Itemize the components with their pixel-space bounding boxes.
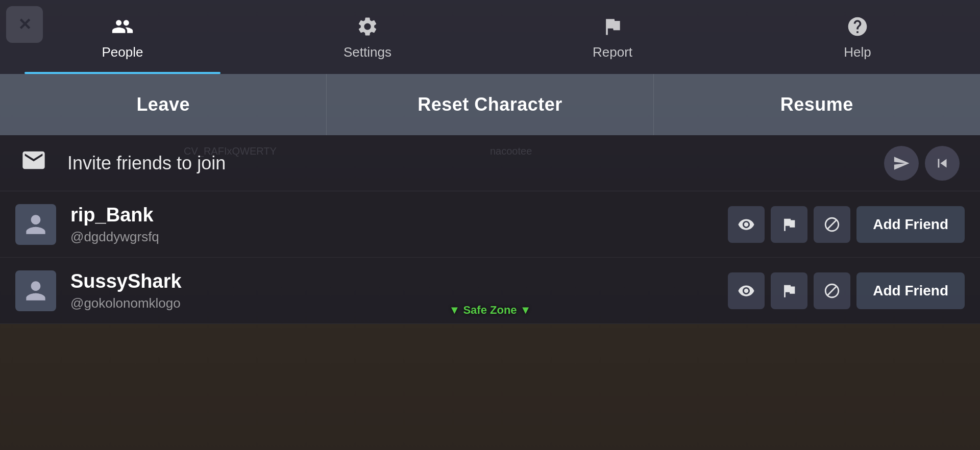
block-button-sussy-shark[interactable] [814,272,850,309]
flag-button-sussy-shark[interactable] [771,272,807,309]
player-actions-rip-bank: Add Friend [728,206,965,243]
player-actions-sussy-shark: Add Friend [728,272,965,309]
envelope-icon [20,147,47,180]
tab-help-label: Help [844,44,871,60]
player-handle-sussy-shark: @gokolonomklogo [70,295,714,311]
player-avatar-sussy-shark [15,270,56,311]
tab-report-label: Report [593,44,632,60]
report-icon [601,15,624,41]
player-avatar-rip-bank [15,204,56,245]
view-button-rip-bank[interactable] [728,206,765,243]
player-row: rip_Bank @dgddywgrsfq [0,191,980,258]
player-info-rip-bank: rip_Bank @dgddywgrsfq [70,204,714,245]
player-list: rip_Bank @dgddywgrsfq [0,191,980,450]
tab-people-label: People [102,44,143,60]
ui-container: ✕ People Settings [0,0,980,450]
action-row: Leave Reset Character Resume [0,74,980,135]
flag-button-rip-bank[interactable] [771,206,807,243]
tab-people[interactable]: People [0,8,245,74]
reset-character-button[interactable]: Reset Character [327,74,653,135]
leave-button[interactable]: Leave [0,74,327,135]
player-row: SussyShark @gokolonomklogo [0,258,980,324]
invite-action-1[interactable] [884,146,919,181]
invite-actions [884,146,960,181]
tab-report[interactable]: Report [490,8,735,74]
invite-text: Invite friends to join [67,153,226,174]
resume-button[interactable]: Resume [654,74,980,135]
help-icon [846,15,869,41]
view-button-sussy-shark[interactable] [728,272,765,309]
tab-settings[interactable]: Settings [245,8,490,74]
player-name-sussy-shark: SussyShark [70,270,714,292]
tab-help[interactable]: Help [735,8,980,74]
invite-section: Invite friends to join [0,135,980,191]
invite-action-2[interactable] [925,146,960,181]
add-friend-button-sussy-shark[interactable]: Add Friend [856,272,965,309]
people-icon [111,15,134,41]
player-handle-rip-bank: @dgddywgrsfq [70,229,714,245]
player-name-rip-bank: rip_Bank [70,204,714,226]
player-info-sussy-shark: SussyShark @gokolonomklogo [70,270,714,311]
block-button-rip-bank[interactable] [814,206,850,243]
settings-icon [356,15,379,41]
add-friend-button-rip-bank[interactable]: Add Friend [856,206,965,243]
tab-bar: People Settings Report [0,0,980,74]
tab-settings-label: Settings [344,44,391,60]
